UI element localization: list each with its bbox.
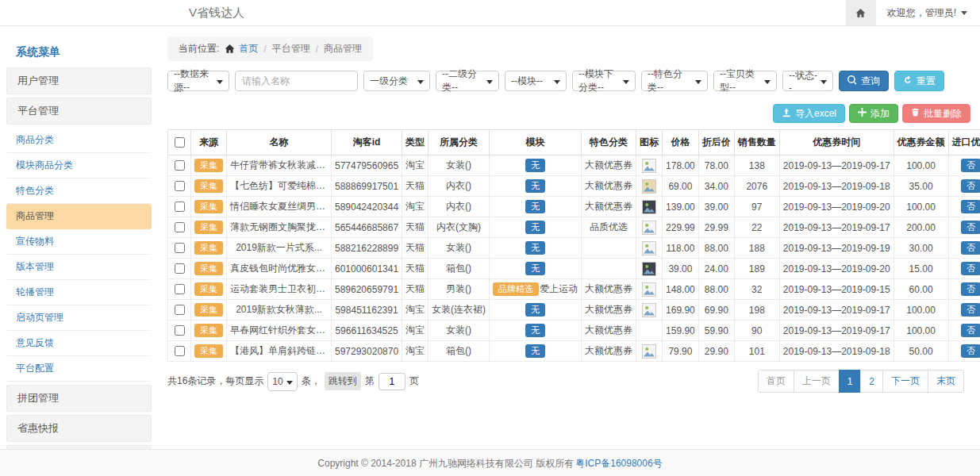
- cell-discount-price: 78.00: [698, 155, 734, 176]
- import-excel-button[interactable]: 导入excel: [773, 104, 845, 123]
- source-badge: 采集: [194, 221, 223, 235]
- level1-category-select[interactable]: 一级分类: [363, 71, 430, 91]
- imported-toggle[interactable]: 否: [961, 324, 980, 338]
- page-button[interactable]: 末页: [928, 370, 964, 393]
- sidebar-item[interactable]: 平台配置: [6, 356, 152, 382]
- sidebar-section-header[interactable]: 拼团管理: [6, 385, 152, 412]
- page-button[interactable]: 2: [860, 370, 883, 393]
- cell-source: 采集: [191, 300, 227, 321]
- source-badge: 采集: [194, 241, 223, 255]
- sidebar-item[interactable]: 启动页管理: [6, 305, 152, 331]
- select-all-checkbox[interactable]: [175, 137, 185, 148]
- cell-feature-category: 大额优惠券: [582, 197, 636, 217]
- cell-product-name: 真皮钱包时尚优雅女士...: [227, 259, 332, 279]
- module-select[interactable]: --模块--: [505, 71, 567, 91]
- sidebar-section-header[interactable]: 省惠快报: [6, 415, 152, 442]
- breadcrumb-home-link[interactable]: 首页: [239, 42, 258, 56]
- page-button[interactable]: 下一页: [882, 370, 928, 393]
- cell-icon: [636, 155, 663, 176]
- imported-toggle[interactable]: 否: [961, 221, 980, 235]
- level2-category-select[interactable]: --二级分类--: [436, 71, 499, 91]
- batch-delete-button[interactable]: 批量删除: [902, 104, 970, 123]
- jump-button[interactable]: 跳转到: [325, 372, 361, 390]
- cell-product-name: 【港风】单肩斜跨链条...: [227, 341, 332, 362]
- cell-coupon-time: 2019-09-13—2019-09-20: [779, 259, 894, 279]
- row-checkbox[interactable]: [175, 305, 185, 315]
- jump-page-input[interactable]: [379, 373, 405, 390]
- module-subcategory-select[interactable]: --模块下分类--: [572, 71, 636, 91]
- imported-toggle[interactable]: 否: [961, 262, 980, 276]
- select-value: --状态--: [789, 69, 817, 94]
- imported-toggle[interactable]: 否: [961, 200, 980, 214]
- row-checkbox[interactable]: [175, 222, 185, 232]
- status-select[interactable]: --状态--: [782, 71, 833, 91]
- add-button[interactable]: 添加: [849, 104, 898, 123]
- sidebar-item[interactable]: 意见反馈: [6, 331, 152, 356]
- imported-toggle[interactable]: 否: [961, 344, 980, 359]
- imported-toggle[interactable]: 否: [961, 159, 980, 173]
- row-checkbox[interactable]: [175, 160, 185, 171]
- sidebar-item[interactable]: 轮播管理: [6, 280, 152, 305]
- imported-toggle[interactable]: 否: [961, 303, 980, 317]
- user-menu[interactable]: 欢迎您，管理员!: [876, 0, 980, 25]
- imported-toggle[interactable]: 否: [961, 241, 980, 255]
- sidebar-item[interactable]: 商品分类: [6, 128, 152, 153]
- cell-module: 无: [490, 259, 582, 279]
- row-checkbox[interactable]: [175, 346, 185, 356]
- sidebar-item[interactable]: 版本管理: [6, 255, 152, 280]
- icp-link[interactable]: 粤ICP备16098006号: [575, 457, 662, 470]
- cell-type: 淘宝: [402, 321, 429, 341]
- cell-sales: 22: [734, 217, 779, 238]
- page-size-select[interactable]: 10: [267, 372, 297, 391]
- cell-discount-price: 59.90: [698, 321, 734, 341]
- name-search-input[interactable]: [235, 71, 358, 91]
- column-header: 名称: [227, 130, 332, 155]
- column-header: 来源: [191, 130, 227, 155]
- cell-price: 229.99: [663, 217, 699, 238]
- imported-toggle[interactable]: 否: [961, 179, 980, 194]
- sidebar-item[interactable]: 宣传物料: [6, 229, 152, 255]
- cell-coupon-amount: 200.00: [894, 217, 948, 238]
- search-button[interactable]: 查询: [839, 71, 889, 91]
- select-value: --数据来源--: [174, 67, 213, 94]
- cell-checkbox: [168, 300, 191, 321]
- sidebar-item[interactable]: 模块商品分类: [6, 153, 152, 178]
- table-row: 采集真皮钱包时尚优雅女士...601000601341天猫箱包()无39.002…: [168, 259, 980, 279]
- cell-icon: [636, 197, 663, 217]
- page-button[interactable]: 首页: [758, 370, 794, 393]
- row-checkbox[interactable]: [175, 325, 185, 336]
- row-checkbox[interactable]: [175, 202, 185, 212]
- page-button[interactable]: 1: [839, 370, 862, 393]
- imported-toggle[interactable]: 否: [961, 282, 980, 297]
- sidebar-item[interactable]: 商品管理: [6, 204, 152, 229]
- cell-imported: 否: [948, 197, 980, 217]
- row-checkbox[interactable]: [175, 284, 185, 294]
- sidebar-item[interactable]: 特色分类: [6, 178, 152, 204]
- select-value: --模块下分类--: [578, 67, 620, 94]
- table-row: 采集【七色纺】可爱纯棉家...588869917501天猫内衣()无大额优惠券6…: [168, 176, 980, 197]
- cell-checkbox: [168, 279, 191, 300]
- sidebar-section-header[interactable]: 用户管理: [6, 67, 152, 94]
- row-checkbox[interactable]: [175, 181, 185, 191]
- reset-button[interactable]: 重置: [894, 71, 944, 91]
- row-checkbox[interactable]: [175, 263, 185, 274]
- item-type-select[interactable]: --宝贝类型--: [713, 71, 777, 91]
- page-button[interactable]: 上一页: [794, 370, 840, 393]
- cell-sales: 32: [734, 279, 779, 300]
- cell-taoke-id: 565446685867: [332, 217, 402, 238]
- product-thumbnail: [642, 262, 656, 276]
- trash-icon: [911, 108, 920, 119]
- cell-category: 内衣(): [429, 176, 490, 197]
- cell-coupon-amount: 35.00: [894, 176, 948, 197]
- cell-category: 女装(): [429, 155, 490, 176]
- cell-feature-category: 大额优惠券: [582, 300, 636, 321]
- home-button[interactable]: [846, 0, 876, 25]
- sidebar-section-header[interactable]: 平台管理: [6, 98, 152, 125]
- cell-category: 内衣(文胸): [429, 217, 490, 238]
- source-badge: 采集: [194, 200, 223, 214]
- data-source-select[interactable]: --数据来源--: [167, 71, 229, 91]
- cell-source: 采集: [191, 259, 227, 279]
- row-checkbox[interactable]: [175, 243, 185, 253]
- feature-category-select[interactable]: --特色分类--: [641, 71, 708, 91]
- cell-taoke-id: 598451162391: [332, 300, 402, 321]
